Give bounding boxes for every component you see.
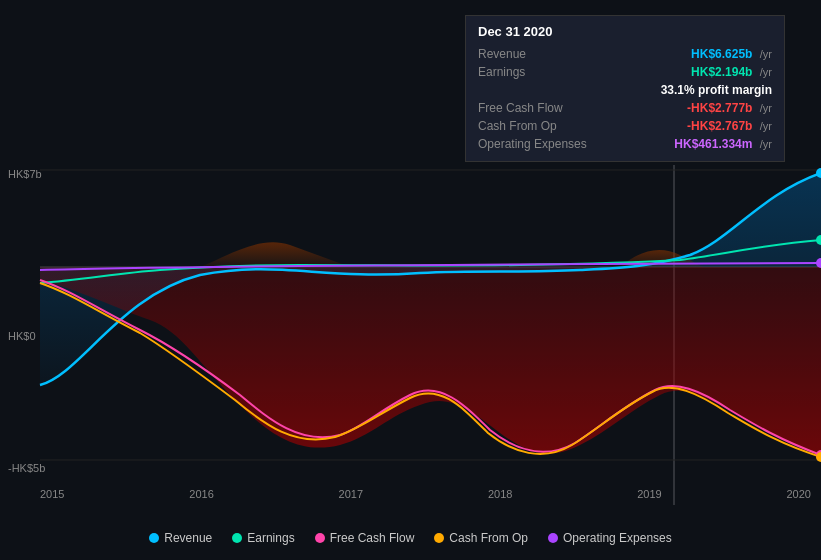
- legend-item-fcf[interactable]: Free Cash Flow: [315, 531, 415, 545]
- x-axis-labels: 2015 2016 2017 2018 2019 2020: [40, 488, 811, 500]
- legend-item-revenue[interactable]: Revenue: [149, 531, 212, 545]
- legend-dot-cash-from-op: [434, 533, 444, 543]
- x-label-2019: 2019: [637, 488, 661, 500]
- tooltip-suffix-opex: /yr: [760, 138, 772, 150]
- tooltip-value-fcf: -HK$2.777b: [687, 101, 752, 115]
- legend-dot-revenue: [149, 533, 159, 543]
- tooltip-row-revenue: Revenue HK$6.625b /yr: [478, 45, 772, 63]
- tooltip-date: Dec 31 2020: [478, 24, 772, 39]
- positive-area-1: [200, 242, 350, 267]
- tooltip-value-earnings: HK$2.194b: [691, 65, 752, 79]
- x-label-2018: 2018: [488, 488, 512, 500]
- tooltip-row-cash-from-op: Cash From Op -HK$2.767b /yr: [478, 117, 772, 135]
- tooltip-label-opex: Operating Expenses: [478, 137, 598, 151]
- tooltip-label-revenue: Revenue: [478, 47, 598, 61]
- legend-label-fcf: Free Cash Flow: [330, 531, 415, 545]
- legend-dot-earnings: [232, 533, 242, 543]
- x-label-2020: 2020: [786, 488, 810, 500]
- legend: Revenue Earnings Free Cash Flow Cash Fro…: [0, 531, 821, 545]
- legend-label-opex: Operating Expenses: [563, 531, 672, 545]
- legend-item-opex[interactable]: Operating Expenses: [548, 531, 672, 545]
- legend-item-cash-from-op[interactable]: Cash From Op: [434, 531, 528, 545]
- legend-dot-opex: [548, 533, 558, 543]
- tooltip-suffix-cash-from-op: /yr: [760, 120, 772, 132]
- tooltip-value-revenue: HK$6.625b: [691, 47, 752, 61]
- tooltip-label-earnings: Earnings: [478, 65, 598, 79]
- tooltip-label-cash-from-op: Cash From Op: [478, 119, 598, 133]
- tooltip-suffix-earnings: /yr: [760, 66, 772, 78]
- tooltip-row-earnings: Earnings HK$2.194b /yr: [478, 63, 772, 81]
- legend-dot-fcf: [315, 533, 325, 543]
- tooltip-label-fcf: Free Cash Flow: [478, 101, 598, 115]
- tooltip-box: Dec 31 2020 Revenue HK$6.625b /yr Earnin…: [465, 15, 785, 162]
- legend-label-cash-from-op: Cash From Op: [449, 531, 528, 545]
- tooltip-row-profit-margin: 33.1% profit margin: [478, 81, 772, 99]
- x-label-2017: 2017: [339, 488, 363, 500]
- legend-label-earnings: Earnings: [247, 531, 294, 545]
- chart-container: Dec 31 2020 Revenue HK$6.625b /yr Earnin…: [0, 0, 821, 560]
- tooltip-value-opex: HK$461.334m: [674, 137, 752, 151]
- tooltip-suffix-revenue: /yr: [760, 48, 772, 60]
- tooltip-row-opex: Operating Expenses HK$461.334m /yr: [478, 135, 772, 153]
- x-label-2015: 2015: [40, 488, 64, 500]
- tooltip-suffix-fcf: /yr: [760, 102, 772, 114]
- x-label-2016: 2016: [189, 488, 213, 500]
- legend-item-earnings[interactable]: Earnings: [232, 531, 294, 545]
- tooltip-row-fcf: Free Cash Flow -HK$2.777b /yr: [478, 99, 772, 117]
- tooltip-profit-margin: 33.1% profit margin: [661, 83, 772, 97]
- legend-label-revenue: Revenue: [164, 531, 212, 545]
- chart-svg: [0, 165, 821, 475]
- negative-area: [40, 267, 821, 455]
- tooltip-value-cash-from-op: -HK$2.767b: [687, 119, 752, 133]
